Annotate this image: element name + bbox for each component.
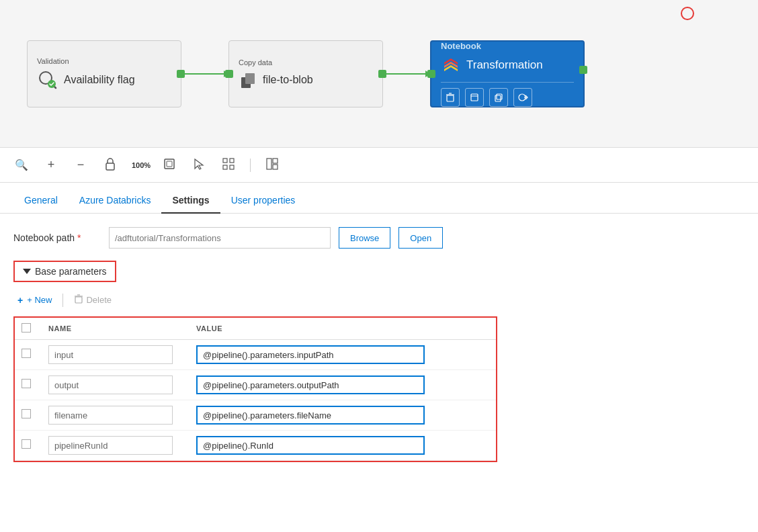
new-parameter-button[interactable]: + + New <box>13 292 56 308</box>
param-value-input-2[interactable] <box>196 406 425 425</box>
tab-settings[interactable]: Settings <box>161 188 220 214</box>
zoom-100-toolbar-icon[interactable]: 100% <box>132 161 148 169</box>
svg-rect-9 <box>447 95 454 101</box>
tab-user-properties[interactable]: User properties <box>220 188 306 214</box>
notebook-actions <box>441 82 574 107</box>
settings-tabs: General Azure Databricks Settings User p… <box>0 183 758 214</box>
cursor-toolbar-icon[interactable] <box>191 158 207 173</box>
copy-data-node-label: file-to-blob <box>263 74 313 86</box>
arrange-toolbar-icon[interactable] <box>220 158 237 173</box>
base-parameters-label: Base parameters <box>35 266 107 277</box>
notebook-node-type: Notebook <box>441 41 481 51</box>
validation-node-label: Availability flag <box>64 74 135 86</box>
param-name-input-3[interactable] <box>48 436 173 455</box>
notebook-copy-btn[interactable] <box>489 88 508 107</box>
table-row <box>15 431 496 461</box>
notebook-path-input[interactable] <box>109 227 331 249</box>
tab-general[interactable]: General <box>13 188 69 214</box>
validation-node-content: Availability flag <box>37 69 135 91</box>
required-star: * <box>77 232 81 243</box>
notebook-input-connector[interactable] <box>427 70 435 78</box>
databricks-icon <box>441 55 461 75</box>
canvas-toolbar: 🔍 + − 100% <box>0 148 758 183</box>
param-name-input-1[interactable] <box>48 375 173 394</box>
row-checkbox-0[interactable] <box>22 349 31 358</box>
copy-data-icon <box>239 71 257 89</box>
copy-data-node-content: file-to-blob <box>239 71 313 89</box>
svg-rect-4 <box>245 73 255 84</box>
delete-parameter-button[interactable]: Delete <box>70 292 116 308</box>
arrow-2 <box>383 73 430 75</box>
svg-rect-25 <box>267 159 271 169</box>
param-value-input-0[interactable] <box>196 345 425 364</box>
notebook-node-label: Transformation <box>466 58 543 72</box>
param-toolbar: + + New Delete <box>13 292 745 308</box>
notebook-node[interactable]: Notebook Transformation <box>430 40 585 107</box>
notebook-goto-btn[interactable] <box>513 88 532 107</box>
notebook-path-row: Notebook path * Browse Open <box>13 227 745 249</box>
svg-rect-26 <box>273 159 278 163</box>
svg-rect-21 <box>223 159 227 163</box>
table-row <box>15 340 496 370</box>
svg-rect-14 <box>495 95 501 101</box>
select-all-checkbox[interactable] <box>22 323 31 332</box>
name-column-header: NAME <box>42 318 190 340</box>
tab-azure-databricks[interactable]: Azure Databricks <box>69 188 162 214</box>
search-check-icon <box>37 69 58 91</box>
svg-rect-27 <box>273 165 278 169</box>
svg-rect-24 <box>230 165 234 169</box>
trash-icon <box>74 294 83 306</box>
base-parameters-header[interactable]: Base parameters <box>13 261 116 282</box>
toolbar-divider <box>250 159 251 172</box>
status-indicator <box>681 7 694 20</box>
notebook-output-connector[interactable] <box>579 66 587 74</box>
browse-button[interactable]: Browse <box>339 227 390 249</box>
validation-node-type: Validation <box>37 57 69 65</box>
svg-rect-18 <box>106 163 114 170</box>
table-row <box>15 370 496 400</box>
svg-rect-19 <box>165 159 174 169</box>
open-button[interactable]: Open <box>398 227 443 249</box>
search-toolbar-icon[interactable]: 🔍 <box>13 159 30 171</box>
copy-data-input-connector[interactable] <box>225 70 233 78</box>
copy-data-node-type: Copy data <box>239 58 272 66</box>
param-value-input-3[interactable] <box>196 436 425 455</box>
notebook-delete-btn[interactable] <box>441 88 460 107</box>
collapse-triangle-icon <box>23 269 31 274</box>
add-toolbar-icon[interactable]: + <box>43 158 59 172</box>
parameters-table: NAME VALUE <box>15 318 496 461</box>
arrow-1 <box>181 73 228 75</box>
param-name-input-2[interactable] <box>48 406 173 425</box>
svg-rect-28 <box>75 297 82 303</box>
table-row <box>15 400 496 431</box>
checkbox-column-header <box>15 318 42 340</box>
fit-screen-toolbar-icon[interactable] <box>161 158 177 173</box>
svg-rect-23 <box>223 165 227 169</box>
param-name-input-0[interactable] <box>48 345 173 364</box>
param-value-input-1[interactable] <box>196 375 425 394</box>
svg-rect-15 <box>497 94 502 99</box>
lock-toolbar-icon[interactable] <box>102 157 118 173</box>
pipeline-flow: Validation Availability flag Copy data <box>27 40 585 107</box>
notebook-settings-btn[interactable] <box>465 88 484 107</box>
subtract-toolbar-icon[interactable]: − <box>73 158 89 172</box>
row-checkbox-2[interactable] <box>22 409 31 418</box>
pipeline-canvas: Validation Availability flag Copy data <box>0 0 758 148</box>
row-checkbox-3[interactable] <box>22 439 31 449</box>
copy-data-node[interactable]: Copy data file-to-blob <box>228 40 383 107</box>
layout-toolbar-icon[interactable] <box>264 158 280 173</box>
table-header-row: NAME VALUE <box>15 318 496 340</box>
svg-rect-22 <box>230 159 234 163</box>
svg-rect-12 <box>471 94 478 101</box>
parameters-table-wrapper: NAME VALUE <box>13 316 497 462</box>
plus-icon: + <box>17 295 23 306</box>
validation-node[interactable]: Validation Availability flag <box>27 40 181 107</box>
value-column-header: VALUE <box>190 318 496 340</box>
toolbar-divider-2 <box>62 294 63 307</box>
notebook-path-label: Notebook path * <box>13 232 101 243</box>
row-checkbox-1[interactable] <box>22 379 31 388</box>
svg-rect-20 <box>167 161 172 167</box>
settings-panel: Notebook path * Browse Open Base paramet… <box>0 214 758 476</box>
notebook-node-content: Transformation <box>441 55 543 75</box>
